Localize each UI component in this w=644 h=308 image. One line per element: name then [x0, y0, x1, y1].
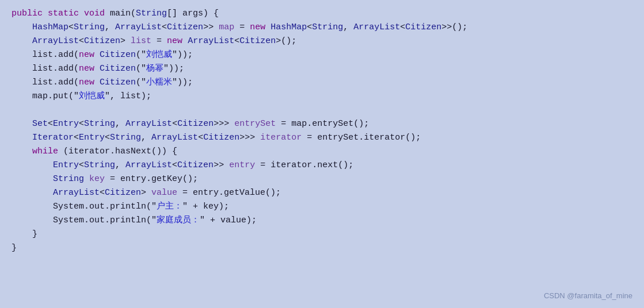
- line-11: while (iterator.hasNext()) {: [12, 145, 632, 159]
- line-4: list.add(new Citizen("刘恺威"));: [12, 48, 632, 62]
- line-1: public static void main(String[] args) {: [12, 7, 632, 21]
- line-18: }: [12, 241, 632, 255]
- code-block: public static void main(String[] args) {…: [12, 7, 632, 255]
- line-7: map.put("刘恺威", list);: [12, 90, 632, 103]
- code-container: public static void main(String[] args) {…: [0, 0, 644, 308]
- watermark: CSDN @faramita_of_mine: [544, 290, 632, 302]
- line-9: Set<Entry<String, ArrayList<Citizen>>> e…: [12, 117, 632, 131]
- line-13: String key = entry.getKey();: [12, 172, 632, 186]
- line-blank: [12, 103, 632, 117]
- line-14: ArrayList<Citizen> value = entry.getValu…: [12, 186, 632, 200]
- line-10: Iterator<Entry<String, ArrayList<Citizen…: [12, 131, 632, 145]
- line-17: }: [12, 228, 632, 241]
- line-5: list.add(new Citizen("杨幂"));: [12, 62, 632, 76]
- line-15: System.out.println("户主：" + key);: [12, 200, 632, 214]
- line-3: ArrayList<Citizen> list = new ArrayList<…: [12, 34, 632, 48]
- line-12: Entry<String, ArrayList<Citizen>> entry …: [12, 159, 632, 172]
- line-2: HashMap<String, ArrayList<Citizen>> map …: [12, 21, 632, 34]
- line-16: System.out.println("家庭成员：" + value);: [12, 214, 632, 228]
- line-6: list.add(new Citizen("小糯米"));: [12, 76, 632, 90]
